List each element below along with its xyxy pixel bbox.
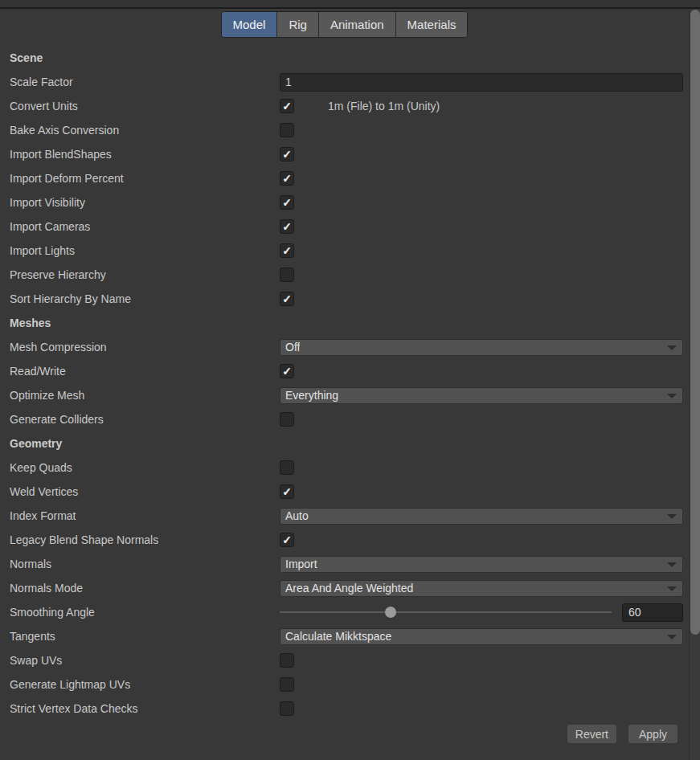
read-write-checkbox[interactable]: ✓ [280, 364, 294, 378]
generate-colliders-checkbox[interactable]: ✓ [280, 412, 294, 427]
keep-quads-checkbox[interactable]: ✓ [280, 460, 294, 475]
row-smoothing-angle: Smoothing Angle60 [0, 600, 689, 624]
import-visibility-control: ✓ [280, 190, 683, 215]
tab-materials[interactable]: Materials [396, 12, 468, 37]
sort-hierarchy-by-name-label: Sort Hierarchy By Name [10, 292, 131, 305]
scale-factor-input[interactable] [280, 73, 683, 92]
preserve-hierarchy-checkbox[interactable]: ✓ [280, 268, 294, 282]
mesh-compression-control: Off [280, 335, 683, 359]
smoothing-angle-slider-track[interactable] [280, 611, 612, 613]
read-write-control: ✓ [280, 359, 683, 383]
swap-uvs-checkbox[interactable]: ✓ [280, 653, 294, 668]
row-normals: NormalsImport [0, 552, 689, 576]
index-format-label: Index Format [10, 509, 76, 522]
checkmark-icon: ✓ [282, 245, 292, 256]
optimize-mesh-label: Optimize Mesh [10, 389, 84, 402]
checkmark-icon: ✓ [282, 534, 292, 545]
row-keep-quads: Keep Quads✓ [0, 456, 689, 480]
row-meshes: Meshes [0, 311, 689, 335]
mesh-compression-value: Off [285, 341, 300, 353]
sort-hierarchy-by-name-control: ✓ [280, 287, 683, 311]
row-bake-axis-conversion: Bake Axis Conversion✓ [0, 118, 689, 142]
tangents-control: Calculate Mikktspace [280, 624, 683, 648]
import-visibility-label: Import Visibility [10, 196, 85, 209]
legacy-blend-shape-normals-control: ✓ [280, 528, 683, 552]
keep-quads-control: ✓ [280, 456, 683, 480]
panel-top-divider [0, 0, 700, 9]
row-convert-units: Convert Units✓1m (File) to 1m (Unity) [0, 94, 689, 118]
mesh-compression-dropdown[interactable]: Off [280, 339, 683, 356]
row-import-cameras: Import Cameras✓ [0, 215, 689, 239]
convert-units-label: Convert Units [10, 100, 78, 112]
strict-vertex-data-checks-checkbox[interactable]: ✓ [280, 701, 294, 716]
vertical-scrollbar[interactable] [689, 9, 700, 760]
bake-axis-conversion-control: ✓ [280, 118, 683, 142]
smoothing-angle-value-field[interactable]: 60 [622, 603, 683, 622]
index-format-value: Auto [285, 509, 309, 522]
checkmark-icon: ✓ [282, 149, 292, 160]
import-cameras-label: Import Cameras [10, 220, 90, 233]
scale-factor-control [280, 70, 683, 94]
generate-colliders-control: ✓ [280, 407, 683, 431]
import-blendshapes-checkbox[interactable]: ✓ [280, 147, 294, 161]
strict-vertex-data-checks-control: ✓ [280, 697, 683, 721]
bake-axis-conversion-label: Bake Axis Conversion [10, 124, 119, 137]
import-lights-checkbox[interactable]: ✓ [280, 243, 294, 258]
generate-lightmap-uvs-control: ✓ [280, 672, 683, 697]
row-generate-colliders: Generate Colliders✓ [0, 407, 689, 431]
normals-mode-dropdown[interactable]: Area And Angle Weighted [280, 580, 683, 597]
row-weld-vertices: Weld Vertices✓ [0, 480, 689, 504]
optimize-mesh-control: Everything [280, 383, 683, 407]
convert-units-checkbox[interactable]: ✓ [280, 99, 294, 113]
index-format-control: Auto [280, 504, 683, 528]
legacy-blend-shape-normals-checkbox[interactable]: ✓ [280, 533, 294, 547]
dropdown-arrow-icon [667, 562, 677, 567]
row-normals-mode: Normals ModeArea And Angle Weighted [0, 576, 689, 600]
index-format-dropdown[interactable]: Auto [280, 508, 683, 525]
sort-hierarchy-by-name-checkbox[interactable]: ✓ [280, 292, 294, 306]
tangents-label: Tangents [10, 630, 55, 643]
tangents-dropdown[interactable]: Calculate Mikktspace [280, 628, 683, 645]
tab-model[interactable]: Model [222, 12, 278, 37]
strict-vertex-data-checks-label: Strict Vertex Data Checks [10, 702, 138, 715]
import-deform-percent-checkbox[interactable]: ✓ [280, 171, 294, 186]
row-mesh-compression: Mesh CompressionOff [0, 335, 689, 359]
smoothing-angle-control: 60 [280, 600, 683, 624]
import-cameras-checkbox[interactable]: ✓ [280, 219, 294, 234]
import-lights-control: ✓ [280, 239, 683, 263]
revert-button[interactable]: Revert [567, 725, 616, 743]
normals-mode-value: Area And Angle Weighted [285, 582, 413, 595]
dropdown-arrow-icon [667, 394, 677, 398]
generate-lightmap-uvs-label: Generate Lightmap UVs [10, 678, 130, 691]
scrollbar-thumb[interactable] [690, 10, 700, 635]
smoothing-angle-label: Smoothing Angle [10, 606, 95, 619]
smoothing-angle-slider: 60 [280, 603, 683, 622]
legacy-blend-shape-normals-label: Legacy Blend Shape Normals [10, 533, 158, 546]
normals-dropdown[interactable]: Import [280, 556, 683, 573]
tangents-value: Calculate Mikktspace [285, 630, 391, 643]
row-import-lights: Import Lights✓ [0, 239, 689, 263]
dropdown-arrow-icon [667, 345, 677, 350]
row-generate-lightmap-uvs: Generate Lightmap UVs✓ [0, 672, 689, 697]
import-visibility-checkbox[interactable]: ✓ [280, 195, 294, 210]
scale-factor-label: Scale Factor [10, 76, 73, 88]
row-read-write: Read/Write✓ [0, 359, 689, 383]
row-strict-vertex-data-checks: Strict Vertex Data Checks✓ [0, 697, 689, 721]
footer-actions: Revert Apply [567, 725, 677, 743]
tab-rig[interactable]: Rig [277, 12, 319, 37]
smoothing-angle-slider-handle[interactable] [385, 607, 396, 618]
generate-colliders-label: Generate Colliders [10, 413, 104, 426]
tab-animation[interactable]: Animation [319, 12, 396, 37]
optimize-mesh-dropdown[interactable]: Everything [280, 387, 683, 404]
import-blendshapes-label: Import BlendShapes [10, 148, 112, 161]
convert-units-control: ✓1m (File) to 1m (Unity) [280, 94, 683, 118]
section-header-meshes: Meshes [10, 317, 51, 329]
normals-mode-control: Area And Angle Weighted [280, 576, 683, 600]
bake-axis-conversion-checkbox[interactable]: ✓ [280, 123, 294, 137]
apply-button[interactable]: Apply [628, 725, 677, 743]
generate-lightmap-uvs-checkbox[interactable]: ✓ [280, 677, 294, 692]
row-scene: Scene [0, 46, 689, 70]
row-legacy-blend-shape-normals: Legacy Blend Shape Normals✓ [0, 528, 689, 552]
weld-vertices-checkbox[interactable]: ✓ [280, 484, 294, 499]
dropdown-arrow-icon [667, 514, 677, 519]
